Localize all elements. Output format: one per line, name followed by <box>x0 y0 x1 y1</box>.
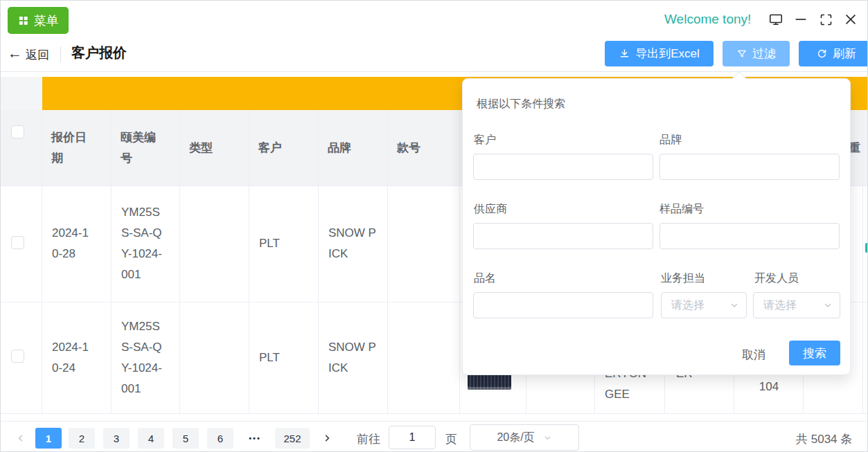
page-size-select[interactable]: 20条/页 <box>470 424 579 451</box>
filter-heading: 根据以下条件搜索 <box>477 97 565 111</box>
label-product-name: 品名 <box>474 271 496 286</box>
back-arrow-icon[interactable]: ← <box>8 45 22 62</box>
back-button[interactable]: 返回 <box>26 47 49 63</box>
supplier-input[interactable] <box>473 223 653 249</box>
row-tag-partial <box>865 243 868 253</box>
cell-brand: SNOW PICK <box>319 302 388 413</box>
brand-input[interactable] <box>659 154 840 180</box>
title-divider <box>60 46 61 62</box>
page-button[interactable]: 6 <box>207 428 233 449</box>
label-sample-no: 样品编号 <box>659 202 704 217</box>
chevron-down-icon <box>543 433 552 442</box>
label-customer: 客户 <box>474 133 496 147</box>
app-window: 菜单 Welcome tony! ← 返回 客户报价 导出到Excel <box>0 0 868 452</box>
label-supplier: 供应商 <box>474 202 507 217</box>
menu-button-label: 菜单 <box>34 12 59 29</box>
cell-customer: PLT <box>249 302 319 413</box>
refresh-icon <box>816 48 828 60</box>
sales-agent-placeholder: 请选择 <box>671 298 705 313</box>
filter-popup: 根据以下条件搜索 客户 品牌 供应商 样品编号 品名 业务担当 开发人员 请选择… <box>462 78 851 375</box>
col-header-code[interactable]: 颐美编号 <box>112 110 180 186</box>
page-unit-label: 页 <box>445 431 457 447</box>
row-checkbox[interactable] <box>11 236 24 249</box>
goto-page-input[interactable] <box>389 426 436 449</box>
page-button-last[interactable]: 252 <box>275 428 310 449</box>
pagination-bar: 1 2 3 4 5 6 ••• 252 前往 页 20条/页 共 5034 条 <box>1 421 868 452</box>
maximize-icon[interactable] <box>817 11 834 28</box>
cell-brand: SNOW PICK <box>319 186 388 302</box>
customer-input[interactable] <box>473 154 653 180</box>
filter-button-label: 过滤 <box>752 46 776 62</box>
export-excel-button[interactable]: 导出到Excel <box>605 41 714 66</box>
label-brand: 品牌 <box>659 133 682 147</box>
total-count: 共 5034 条 <box>796 431 852 447</box>
cell-code: YM25SS-SA-QY-1024-001 <box>112 302 180 413</box>
sample-no-input[interactable] <box>659 223 840 249</box>
page-title: 客户报价 <box>71 44 127 62</box>
refresh-button[interactable]: 刷新 <box>799 41 868 66</box>
page-button[interactable]: 3 <box>103 428 130 449</box>
popup-arrow <box>732 71 746 85</box>
chevron-down-icon <box>729 300 739 310</box>
close-icon[interactable] <box>842 11 859 28</box>
developer-placeholder: 请选择 <box>763 298 797 313</box>
cell-date: 2024-10-24 <box>42 302 112 413</box>
next-page-icon[interactable] <box>317 428 337 449</box>
cell-customer: PLT <box>249 186 319 302</box>
row-checkbox[interactable] <box>11 350 24 363</box>
col-header-customer[interactable]: 客户 <box>249 110 319 186</box>
chevron-down-icon <box>823 300 833 310</box>
menu-button[interactable]: 菜单 <box>8 7 69 34</box>
product-name-input[interactable] <box>473 292 653 318</box>
label-sales-agent: 业务担当 <box>661 271 705 286</box>
refresh-button-label: 刷新 <box>833 46 856 62</box>
export-excel-label: 导出到Excel <box>635 46 700 62</box>
cancel-button[interactable]: 取消 <box>738 343 769 365</box>
display-monitor-icon[interactable] <box>768 11 784 28</box>
welcome-text: Welcome tony! <box>664 12 751 27</box>
label-developer: 开发人员 <box>754 271 799 286</box>
developer-select[interactable]: 请选择 <box>753 292 840 318</box>
cell-number-partial: 104 <box>734 377 804 397</box>
sales-agent-select[interactable]: 请选择 <box>661 292 747 318</box>
col-header-type[interactable]: 类型 <box>180 110 249 186</box>
col-header-date[interactable]: 报价日期 <box>42 110 112 186</box>
search-button[interactable]: 搜索 <box>789 341 840 365</box>
more-pages-icon[interactable]: ••• <box>242 428 268 449</box>
cell-date: 2024-10-28 <box>42 186 112 302</box>
download-icon <box>619 48 630 60</box>
page-button[interactable]: 2 <box>69 428 95 449</box>
grid-menu-icon <box>18 15 28 26</box>
minimize-icon[interactable] <box>792 11 809 28</box>
col-header-brand[interactable]: 品牌 <box>319 110 388 186</box>
page-button[interactable]: 1 <box>35 428 62 449</box>
funnel-icon <box>736 48 747 60</box>
col-header-style[interactable]: 款号 <box>388 110 460 186</box>
prev-page-icon[interactable] <box>10 428 31 449</box>
page-button[interactable]: 4 <box>138 428 164 449</box>
cell-code: YM25SS-SA-QY-1024-001 <box>112 186 180 302</box>
page-size-value: 20条/页 <box>497 431 534 445</box>
goto-label: 前往 <box>357 431 380 447</box>
select-all-checkbox[interactable] <box>11 125 24 138</box>
page-button[interactable]: 5 <box>172 428 199 449</box>
filter-button[interactable]: 过滤 <box>723 41 790 66</box>
